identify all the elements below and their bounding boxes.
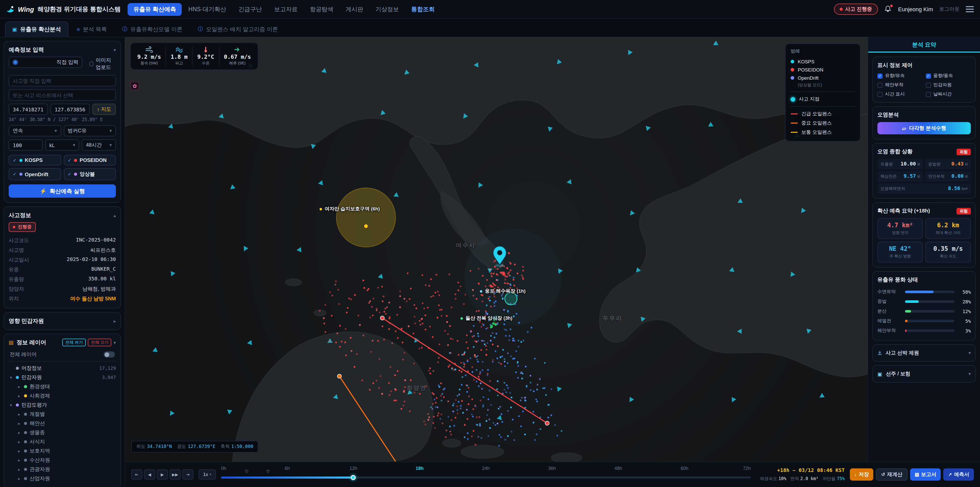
farm-annotation[interactable]: 돌산 전복 양식장 (3h) (460, 315, 512, 322)
layer-item[interactable]: ▾민감도평가 (9, 401, 116, 410)
user-name[interactable]: Eunjeong Kim (898, 6, 933, 12)
timeline-tick[interactable]: 36h (548, 466, 556, 471)
incident-info-panel: 사고정보 ▴ 진행중 사고코드INC-2025-0042사고명씨프린스호사고일시… (3, 206, 121, 308)
nav-item[interactable]: 기상정보 (370, 3, 404, 16)
timeline-tick[interactable]: 18h (416, 466, 424, 471)
run-prediction-button[interactable]: ⚡확산예측 실행 (9, 184, 116, 198)
notification-bell-icon[interactable] (884, 5, 892, 13)
layer-item[interactable]: 어장정보17,129 (9, 364, 116, 373)
chevron-right-icon[interactable]: ▸ (114, 318, 116, 324)
nav-item[interactable]: 게시판 (340, 3, 369, 16)
wetland-annotation[interactable]: 여자만 습지보호구역 (6h) (319, 206, 380, 212)
display-option-checkbox[interactable]: ✓유향/유속 (877, 72, 923, 79)
fast-forward-button[interactable]: ▶▶ (169, 469, 181, 480)
chevron-up-icon[interactable]: ▴ (114, 213, 116, 218)
report-button[interactable]: ▤보고서 (910, 468, 941, 481)
input-mode-radio[interactable]: 이미지 업로드 (89, 57, 116, 71)
oil-type-select[interactable]: 벙커C유▾ (64, 125, 116, 136)
owner-insurance-section[interactable]: ▣선주 / 보험 ▾ (872, 365, 976, 383)
protected-area-marker[interactable] (364, 224, 368, 228)
event-marker-icon[interactable]: ♡ (266, 469, 269, 474)
tab[interactable]: ≡분석 목록 (70, 21, 114, 37)
forecast-button[interactable]: ↗예측서 (943, 468, 974, 481)
chevron-down-icon[interactable]: ▾ (114, 340, 116, 345)
display-option-checkbox[interactable]: 시간 표시 (877, 91, 923, 97)
nav-item[interactable]: HNS·대기확산 (183, 3, 232, 16)
recalculate-button[interactable]: ↺재계산 (876, 468, 907, 481)
layer-item[interactable]: ▸산업자원 (9, 474, 116, 483)
display-option-checkbox[interactable]: 날짜시간 (926, 91, 971, 97)
unit-select[interactable]: kL▾ (45, 139, 79, 151)
skip-start-button[interactable]: ⇤ (131, 469, 142, 480)
nav-item[interactable]: 긴급구난 (233, 3, 267, 16)
timeline-tick[interactable]: 24h (482, 466, 490, 471)
layer-item[interactable]: ▸수산자원 (9, 456, 116, 465)
impact-resources-panel: 영향 민감자원 ▸ (3, 312, 121, 330)
layer-item[interactable]: ▸서식지 (9, 437, 116, 446)
model-toggle[interactable]: ✓OpenDrift (9, 168, 61, 180)
tab-analysis-summary[interactable]: 분석 요약 (868, 37, 980, 53)
nav-item[interactable]: 항공탐색 (304, 3, 339, 16)
nav-item[interactable]: 유출유 확산예측 (128, 3, 182, 16)
event-marker-icon[interactable]: ♡ (245, 469, 248, 474)
model-toggle[interactable]: ✓POSEIDON (64, 155, 116, 166)
all-layers-off-button[interactable]: 전체 끄기 (88, 339, 111, 346)
nav-item[interactable]: 보고자료 (269, 3, 303, 16)
tab[interactable]: ⓘ유출유확산모델 이론 (116, 21, 189, 37)
layer-item[interactable]: ▸관광자원 (9, 465, 116, 474)
layer-item[interactable]: ▸계절별 (9, 410, 116, 419)
pick-on-map-button[interactable]: ↑지도 (92, 104, 116, 115)
timeline-tick[interactable]: 6h (285, 466, 290, 471)
timeline-handle[interactable] (351, 475, 356, 480)
vessel-spec-section[interactable]: ⚓사고 선박 제원 ▾ (872, 344, 976, 362)
timeline-tick[interactable]: 12h (350, 466, 357, 471)
nav-item[interactable]: 통합조회 (406, 3, 440, 16)
beach-annotation[interactable]: 웅포 해수욕장 (1h) (479, 288, 525, 295)
analysis-panel: 분석 요약 표시 정보 제어 ✓유향/유속✓풍향/풍속해안부착민감자원시간 표시… (868, 37, 980, 461)
save-button[interactable]: ↓저장 (850, 468, 873, 481)
display-option-checkbox[interactable]: ✓풍향/풍속 (926, 72, 971, 79)
layer-item[interactable]: ▾민감자원3,947 (9, 373, 116, 382)
chevron-up-icon[interactable]: ▾ (114, 47, 116, 52)
input-mode-radio[interactable]: 직접 입력 (9, 57, 83, 68)
spill-mode-select[interactable]: 연속▾ (9, 125, 61, 136)
tab[interactable]: ▣유출유 확산분석 (5, 21, 68, 37)
all-layers-on-button[interactable]: 전체 켜기 (62, 339, 86, 346)
pollution-stat: 유출량10.00kl (877, 159, 923, 169)
play-button[interactable]: ▶ (157, 469, 168, 480)
latitude-input[interactable] (9, 104, 48, 115)
timeline-tick[interactable]: 0h (221, 466, 226, 471)
timeline-tick[interactable]: 60h (681, 466, 688, 471)
duration-select[interactable]: 48시간▾ (82, 139, 116, 151)
timeline-tick[interactable]: 72h (743, 466, 751, 471)
display-option-checkbox[interactable]: 민감자원 (926, 82, 971, 88)
layer-item[interactable]: ▸생물종 (9, 428, 116, 437)
layer-item[interactable]: ▸사회경제 (9, 391, 116, 401)
model-toggle[interactable]: ✓앙상블 (64, 168, 116, 180)
logout-button[interactable]: 로그아웃 (939, 6, 959, 13)
step-back-button[interactable]: ◀ (144, 469, 155, 480)
protected-area-circle[interactable] (336, 188, 396, 247)
model-color-dot (19, 158, 22, 162)
layer-item[interactable]: ▸환경생태 (9, 382, 116, 391)
skip-end-button[interactable]: ⇥ (182, 469, 193, 480)
master-layer-toggle[interactable] (103, 351, 115, 358)
longitude-input[interactable] (51, 104, 90, 115)
incident-select-input[interactable] (9, 89, 116, 101)
playback-speed-select[interactable]: 1x▾ (199, 469, 216, 480)
timeline-track[interactable]: ♡ ♡ (221, 476, 751, 478)
incident-name-input[interactable] (9, 75, 116, 86)
timeline-tick[interactable]: 48h (614, 466, 622, 471)
model-toggle[interactable]: ✓KOSPS (9, 155, 61, 166)
map-control-button[interactable]: ✿ (130, 81, 139, 90)
tab[interactable]: ⓘ오일펜스 배치 알고리즘 이론 (191, 21, 285, 37)
layer-item[interactable]: ▸보호지역 (9, 446, 116, 456)
amount-input[interactable] (9, 139, 43, 151)
layer-item[interactable]: ▸해안선 (9, 419, 116, 428)
menu-icon[interactable] (966, 6, 974, 12)
polygon-analysis-button[interactable]: ▱다각형 분석수행 (877, 122, 971, 134)
incident-status-pill[interactable]: 사고 진행중 (834, 3, 878, 15)
display-option-checkbox[interactable]: 해안부착 (877, 82, 923, 88)
map-canvas[interactable]: 9.2 m/s풍속 (SW)1.8 m파고9.2°C수온0.67 m/s해류 (… (125, 37, 868, 461)
timeline-slider[interactable]: 0h6h12h18h24h36h48h60h72h ♡ ♡ (221, 462, 751, 487)
